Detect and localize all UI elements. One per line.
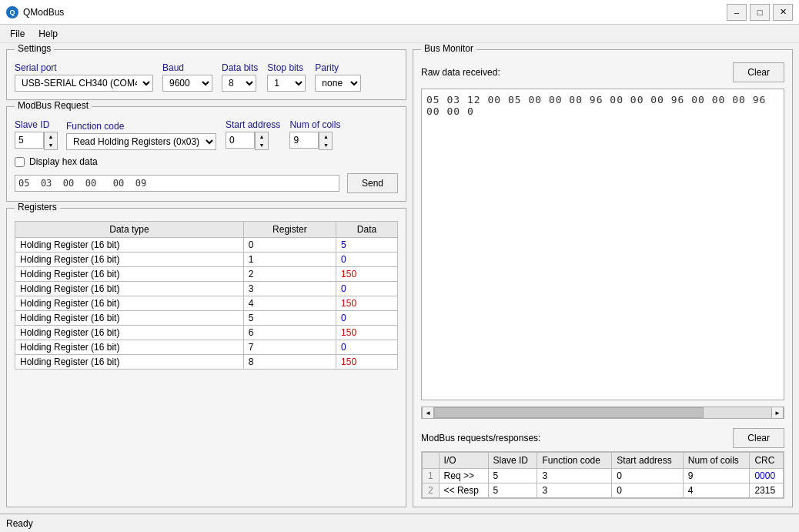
function-code-field: Function code Read Holding Registers (0x…	[66, 121, 216, 150]
menu-bar: File Help	[0, 25, 799, 43]
baud-field: Baud 9600	[162, 62, 212, 92]
reg-register: 2	[243, 267, 336, 282]
parity-label: Parity	[315, 62, 361, 73]
num-coils-input[interactable]	[289, 132, 319, 149]
resp-num-coils: 4	[683, 483, 750, 498]
clear-resp-button[interactable]: Clear	[733, 428, 784, 448]
databits-select[interactable]: 8	[222, 75, 256, 92]
bus-monitor-group: Bus Monitor Raw data received: Clear 05 …	[413, 49, 793, 507]
databits-field: Data bits 8	[222, 62, 258, 92]
send-button[interactable]: Send	[347, 173, 398, 193]
start-addr-up[interactable]: ▲	[256, 132, 268, 141]
scroll-left-arrow[interactable]: ◄	[422, 407, 434, 419]
baud-label: Baud	[162, 62, 212, 73]
reg-data: 150	[336, 267, 398, 282]
left-panel: Settings Serial port USB-SERIAL CH340 (C…	[6, 49, 406, 507]
table-row: Holding Register (16 bit)50	[15, 311, 398, 326]
start-address-spinner: ▲ ▼	[226, 132, 268, 150]
modbus-resp-section: ModBus requests/responses: Clear I/O Sla…	[421, 425, 784, 499]
status-text: Ready	[6, 518, 33, 529]
resp-io: Req >>	[439, 469, 488, 483]
registers-table: Data type Register Data Holding Register…	[15, 221, 398, 370]
col-register: Register	[243, 222, 336, 238]
resp-table-container: I/O Slave ID Function code Start address…	[421, 451, 784, 499]
hex-data-display[interactable]	[15, 175, 339, 192]
raw-data-label: Raw data received:	[421, 67, 500, 78]
slave-id-spinner: ▲ ▼	[15, 132, 57, 150]
reg-type: Holding Register (16 bit)	[15, 340, 244, 355]
reg-register: 7	[243, 340, 336, 355]
reg-type: Holding Register (16 bit)	[15, 238, 244, 253]
minimize-button[interactable]: –	[727, 4, 747, 21]
start-address-input[interactable]	[226, 132, 255, 149]
serial-port-select[interactable]: USB-SERIAL CH340 (COM4)	[15, 75, 153, 92]
resp-slave-id: 5	[488, 483, 537, 498]
clear-raw-button[interactable]: Clear	[733, 62, 784, 82]
scroll-right-arrow[interactable]: ►	[771, 407, 784, 419]
title-bar-left: Q QModBus	[6, 6, 64, 18]
modbus-resp-header: ModBus requests/responses: Clear	[421, 428, 784, 448]
reg-register: 1	[243, 253, 336, 267]
reg-data: 150	[336, 326, 398, 340]
start-addr-down[interactable]: ▼	[256, 141, 268, 149]
resp-col-io: I/O	[439, 453, 488, 469]
settings-label: Settings	[15, 43, 54, 54]
table-row: Holding Register (16 bit)10	[15, 253, 398, 267]
slave-id-input[interactable]	[15, 132, 44, 149]
right-panel: Bus Monitor Raw data received: Clear 05 …	[413, 49, 793, 507]
resp-start-addr: 0	[612, 469, 683, 483]
reg-data: 0	[336, 253, 398, 267]
registers-label: Registers	[15, 202, 60, 212]
horizontal-scrollbar[interactable]: ◄ ►	[421, 407, 784, 419]
num-coils-down[interactable]: ▼	[319, 141, 332, 149]
resp-num-coils: 9	[683, 469, 750, 483]
serial-port-label: Serial port	[15, 62, 153, 73]
num-coils-field: Num of coils ▲ ▼	[289, 119, 340, 150]
num-coils-spinner: ▲ ▼	[289, 132, 332, 150]
display-hex-row: Display hex data	[15, 156, 398, 167]
table-row: Holding Register (16 bit)4150	[15, 296, 398, 311]
file-menu[interactable]: File	[3, 26, 32, 42]
reg-type: Holding Register (16 bit)	[15, 355, 244, 370]
stopbits-select[interactable]: 1	[267, 75, 306, 92]
maximize-button[interactable]: □	[750, 4, 770, 21]
resp-col-funccode: Function code	[537, 453, 612, 469]
slave-id-up[interactable]: ▲	[45, 132, 57, 141]
display-hex-label: Display hex data	[29, 156, 98, 167]
modbus-request-group: ModBus Request Slave ID ▲ ▼ Function cod…	[6, 106, 406, 202]
table-row: Holding Register (16 bit)8150	[15, 355, 398, 370]
title-bar-controls: – □ ✕	[727, 4, 793, 21]
slave-id-field: Slave ID ▲ ▼	[15, 119, 57, 150]
resp-slave-id: 5	[488, 469, 537, 483]
slave-id-down[interactable]: ▼	[45, 141, 57, 149]
display-hex-checkbox[interactable]	[15, 157, 25, 167]
reg-register: 4	[243, 296, 336, 311]
parity-select[interactable]: none	[315, 75, 361, 92]
raw-data-display: 05 03 12 00 05 00 00 00 96 00 00 00 96 0…	[421, 89, 784, 400]
scroll-thumb[interactable]	[434, 407, 704, 418]
reg-data: 150	[336, 355, 398, 370]
reg-type: Holding Register (16 bit)	[15, 326, 244, 340]
function-code-select[interactable]: Read Holding Registers (0x03)	[66, 133, 216, 150]
reg-data: 0	[336, 311, 398, 326]
col-datatype: Data type	[15, 222, 244, 238]
close-button[interactable]: ✕	[773, 4, 793, 21]
resp-func-code: 3	[537, 469, 612, 483]
reg-register: 6	[243, 326, 336, 340]
baud-select[interactable]: 9600	[162, 75, 212, 92]
settings-row: Serial port USB-SERIAL CH340 (COM4) Baud…	[15, 62, 398, 92]
scroll-track[interactable]	[434, 407, 771, 418]
table-row: Holding Register (16 bit)6150	[15, 326, 398, 340]
table-row: Holding Register (16 bit)05	[15, 238, 398, 253]
help-menu[interactable]: Help	[32, 26, 65, 42]
num-coils-up[interactable]: ▲	[319, 132, 332, 141]
status-bar: Ready	[0, 514, 799, 532]
reg-type: Holding Register (16 bit)	[15, 253, 244, 267]
app-icon: Q	[6, 6, 18, 18]
resp-start-addr: 0	[612, 483, 683, 498]
resp-crc: 2315	[750, 483, 784, 498]
reg-register: 8	[243, 355, 336, 370]
function-code-label: Function code	[66, 121, 216, 132]
list-item: 1Req >>53090000	[423, 469, 784, 483]
resp-row-num: 1	[423, 469, 440, 483]
